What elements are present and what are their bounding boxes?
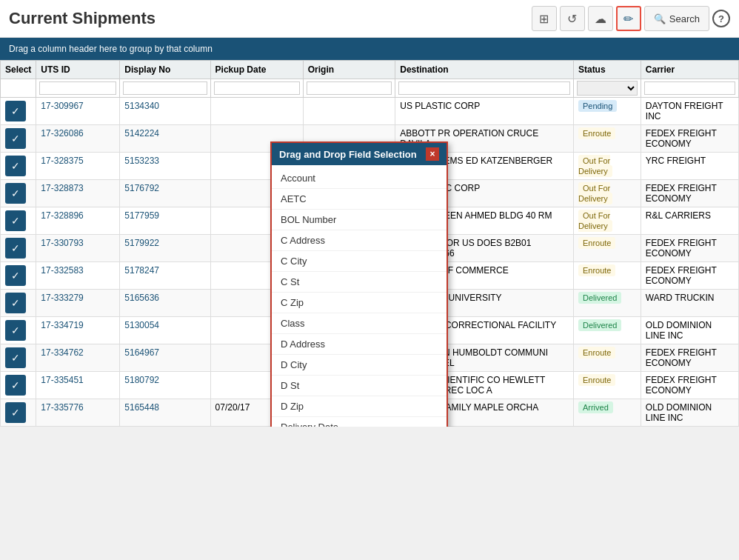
modal-list-item[interactable]: C St [272,272,447,293]
search-button[interactable]: 🔍 Search [644,6,709,31]
modal-close-button[interactable]: × [426,147,439,161]
modal-list-item[interactable]: BOL Number [272,210,447,230]
display-no-link[interactable]: 5130054 [124,320,159,330]
modal-list-item[interactable]: C Address [272,230,447,251]
cell-status: Enroute [573,235,641,262]
modal-list-item[interactable]: AETC [272,189,447,210]
display-no-link[interactable]: 5142224 [124,128,159,139]
modal-list-item[interactable]: C City [272,251,447,272]
display-no-link[interactable]: 5180792 [124,375,159,385]
filter-status[interactable] [573,79,641,98]
filter-row [1,79,739,98]
modal-list-item[interactable]: Delivery Date [272,417,447,427]
uts-id-link[interactable]: 17-328896 [41,210,83,221]
display-no-link[interactable]: 5165448 [124,402,159,413]
edit-button[interactable]: ✏ [616,6,641,31]
uts-id-link[interactable]: 17-309967 [41,101,83,111]
cell-uts-id: 17-335776 [36,399,120,427]
modal-list-item[interactable]: D City [272,355,447,376]
cell-display-no: 5177959 [120,207,210,235]
cell-uts-id: 17-328375 [36,153,120,180]
cell-origin [303,98,395,125]
status-badge: Pending [578,100,617,112]
select-checkbox[interactable]: ✓ [5,293,26,313]
modal-header: Drag and Drop Field Selection × [272,143,447,165]
select-checkbox[interactable]: ✓ [5,210,26,231]
modal-list-item[interactable]: D Address [272,334,447,355]
modal-list-item[interactable]: Class [272,313,447,334]
display-no-link[interactable]: 5165636 [124,293,159,303]
cell-carrier: FEDEX FREIGHT ECONOMY [641,180,738,207]
table-row: ✓ 17-309967 5134340 US PLASTIC CORP Pend… [1,98,739,125]
select-checkbox[interactable]: ✓ [5,265,26,286]
header-actions: ⊞ ↺ ☁ ✏ 🔍 Search ? [532,6,730,31]
uts-id-link[interactable]: 17-335451 [41,375,83,385]
modal-list-item[interactable]: D Zip [272,396,447,417]
display-no-link[interactable]: 5134340 [124,101,159,111]
refresh-button[interactable]: ↺ [560,6,585,31]
display-no-link[interactable]: 5177959 [124,210,159,221]
display-no-link[interactable]: 5164967 [124,347,159,358]
table-view-button[interactable]: ⊞ [532,6,557,31]
uts-id-link[interactable]: 17-334719 [41,320,83,330]
cell-select: ✓ [1,153,36,180]
filter-display-no[interactable] [120,79,210,98]
select-checkbox[interactable]: ✓ [5,101,26,121]
cell-display-no: 5130054 [120,317,210,344]
cell-carrier: FEDEX FREIGHT ECONOMY [641,262,738,290]
uts-id-link[interactable]: 17-335776 [41,402,83,413]
filter-destination-input[interactable] [398,81,570,95]
cell-pickup-date [210,98,303,125]
select-checkbox[interactable]: ✓ [5,320,26,341]
select-checkbox[interactable]: ✓ [5,347,26,368]
filter-origin[interactable] [303,79,395,98]
cell-status: Out For Delivery [573,207,641,235]
cell-carrier: YRC FREIGHT [641,153,738,180]
uts-id-link[interactable]: 17-328873 [41,183,83,193]
cell-display-no: 5134340 [120,98,210,125]
filter-pickup-date[interactable] [210,79,303,98]
upload-button[interactable]: ☁ [588,6,613,31]
cell-uts-id: 17-309967 [36,98,120,125]
filter-select [1,79,36,98]
table-container: Select UTS ID Display No Pickup Date Ori… [0,60,739,427]
select-checkbox[interactable]: ✓ [5,128,26,149]
display-no-link[interactable]: 5153233 [124,156,159,166]
filter-destination[interactable] [395,79,574,98]
modal-list-item[interactable]: Account [272,168,447,189]
select-checkbox[interactable]: ✓ [5,375,26,396]
filter-origin-input[interactable] [307,81,392,95]
modal-list-item[interactable]: C Zip [272,293,447,313]
select-checkbox[interactable]: ✓ [5,238,26,259]
display-no-link[interactable]: 5176792 [124,183,159,193]
col-uts-id: UTS ID [36,61,120,79]
modal-list-item[interactable]: D St [272,376,447,396]
col-status: Status [573,61,641,79]
uts-id-link[interactable]: 17-332583 [41,265,83,276]
filter-uts-id-input[interactable] [39,81,116,95]
filter-status-select[interactable] [577,81,638,96]
select-checkbox[interactable]: ✓ [5,402,26,423]
cell-carrier: OLD DOMINION LINE INC [641,317,738,344]
uts-id-link[interactable]: 17-334762 [41,347,83,358]
display-no-link[interactable]: 5178247 [124,265,159,276]
status-badge: Out For Delivery [578,182,612,204]
filter-display-no-input[interactable] [123,81,207,95]
filter-carrier[interactable] [641,79,738,98]
cell-uts-id: 17-328873 [36,180,120,207]
cell-select: ✓ [1,399,36,427]
filter-pickup-date-input[interactable] [214,81,300,95]
cell-uts-id: 17-326086 [36,125,120,153]
display-no-link[interactable]: 5179922 [124,238,159,248]
select-checkbox[interactable]: ✓ [5,183,26,204]
uts-id-link[interactable]: 17-330793 [41,238,83,248]
help-button[interactable]: ? [712,10,730,27]
uts-id-link[interactable]: 17-326086 [41,128,83,139]
filter-uts-id[interactable] [36,79,120,98]
uts-id-link[interactable]: 17-333279 [41,293,83,303]
status-badge: Arrived [578,401,613,413]
filter-carrier-input[interactable] [644,81,735,95]
select-checkbox[interactable]: ✓ [5,156,26,176]
uts-id-link[interactable]: 17-328375 [41,156,83,166]
cell-uts-id: 17-328896 [36,207,120,235]
